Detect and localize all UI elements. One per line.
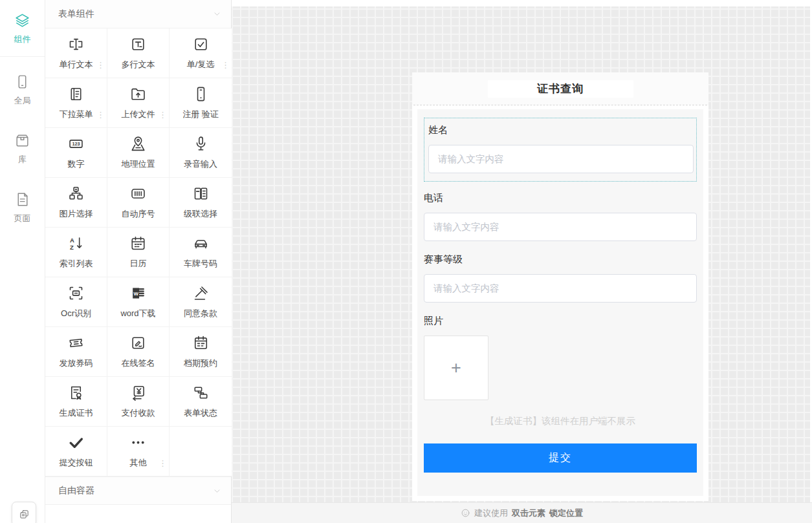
palette-item-more-dots[interactable]: 其他⋮ xyxy=(107,427,170,476)
drag-dots-icon: ⋮ xyxy=(96,111,105,119)
signature-icon xyxy=(129,334,147,352)
palette-item-ocr[interactable]: Ocr识别 xyxy=(45,277,107,327)
palette-item-label: 单/复选 xyxy=(187,59,215,70)
drag-dots-icon: ⋮ xyxy=(96,61,105,69)
form-body: 姓名请输入文字内容电话请输入文字内容赛事等级请输入文字内容 照片 + 【生成证书… xyxy=(417,109,703,496)
form-builder-app: 组件 全局 库 页面 表单组件 单行文本⋮多行文本单/复选⋮下拉菜单⋮上传文件⋮… xyxy=(0,0,812,523)
footer-hint-bold2: 锁定位置 xyxy=(549,507,583,519)
palette-item-word[interactable]: Wword下载 xyxy=(107,277,170,327)
form-title-band[interactable]: 证书查询 xyxy=(488,80,633,98)
form-title: 证书查询 xyxy=(537,81,584,96)
palette-item-label: 多行文本 xyxy=(122,59,155,70)
location-icon xyxy=(129,135,147,153)
form-field-selected[interactable]: 姓名请输入文字内容 xyxy=(424,118,697,182)
palette-item-label: 级联选择 xyxy=(184,208,217,220)
photo-upload-box[interactable]: + xyxy=(424,336,488,400)
form-field-photo[interactable]: 照片 + xyxy=(424,315,697,400)
palette-item-form-status[interactable]: 表单状态 xyxy=(170,377,232,427)
palette-item-ticket[interactable]: 发放券码 xyxy=(45,327,107,377)
cascade-select-icon xyxy=(192,185,210,202)
palette-item-label: 录音输入 xyxy=(184,158,217,170)
footer-hint-bold: 双击元素 xyxy=(512,507,545,519)
palette-item-label: 注册 验证 xyxy=(182,109,219,120)
rail-item-pages[interactable]: 页面 xyxy=(0,182,45,233)
palette-item-payment[interactable]: 支付收款 xyxy=(107,377,170,427)
ticket-icon xyxy=(67,334,85,352)
dropdown-icon xyxy=(67,85,85,103)
palette-item-upload-file[interactable]: 上传文件⋮ xyxy=(107,78,170,128)
palette-item-label: 车牌号码 xyxy=(184,258,217,270)
nav-rail: 组件 全局 库 页面 xyxy=(0,0,45,523)
palette-item-certificate[interactable]: 生成证书 xyxy=(45,377,107,427)
palette-item-image-select[interactable]: 图片选择 xyxy=(45,178,107,228)
hidden-component-note: 【生成证书】该组件在用户端不展示 xyxy=(424,415,697,427)
svg-text:Z: Z xyxy=(70,244,74,251)
component-palette: 表单组件 单行文本⋮多行文本单/复选⋮下拉菜单⋮上传文件⋮注册 验证123数字地… xyxy=(45,0,232,523)
car-icon xyxy=(192,235,210,252)
word-icon: W xyxy=(129,284,147,302)
canvas-top-strip xyxy=(232,0,810,6)
rail-item-library[interactable]: 库 xyxy=(0,123,45,175)
design-canvas[interactable]: 证书查询 姓名请输入文字内容电话请输入文字内容赛事等级请输入文字内容 照片 + … xyxy=(232,0,812,523)
text-input[interactable]: 请输入文字内容 xyxy=(428,145,694,173)
form-preview-card: 证书查询 姓名请输入文字内容电话请输入文字内容赛事等级请输入文字内容 照片 + … xyxy=(412,72,708,501)
palette-item-label: 支付收款 xyxy=(122,407,155,419)
upload-file-icon xyxy=(129,85,147,103)
drag-dots-icon: ⋮ xyxy=(159,459,167,467)
submit-button[interactable]: 提交 xyxy=(424,443,697,473)
palette-item-number[interactable]: 123数字 xyxy=(45,128,107,178)
palette-section-free-container[interactable]: 自由容器 xyxy=(45,476,231,505)
svg-text:W: W xyxy=(133,291,138,297)
palette-item-calendar[interactable]: 日历 xyxy=(107,228,170,277)
palette-item-label: 数字 xyxy=(68,158,85,170)
palette-item-label: word下载 xyxy=(120,308,155,319)
palette-item-label: 单行文本 xyxy=(60,59,93,70)
rail-item-global[interactable]: 全局 xyxy=(0,65,45,116)
more-dots-icon xyxy=(129,434,147,451)
palette-item-microphone[interactable]: 录音输入 xyxy=(170,128,232,178)
palette-item-schedule[interactable]: 档期预约 xyxy=(170,327,232,377)
rail-item-components[interactable]: 组件 xyxy=(0,0,45,57)
checkbox-icon xyxy=(192,36,210,53)
palette-item-signature[interactable]: 在线签名 xyxy=(107,327,170,377)
section-label: 自由容器 xyxy=(58,485,94,496)
form-fields: 姓名请输入文字内容电话请输入文字内容赛事等级请输入文字内容 xyxy=(424,118,697,303)
palette-item-cascade-select[interactable]: 级联选择 xyxy=(170,178,232,228)
register-verify-icon xyxy=(192,85,210,103)
palette-item-index-list[interactable]: AZ索引列表 xyxy=(45,228,107,277)
text-input[interactable]: 请输入文字内容 xyxy=(424,274,697,303)
palette-item-label: 日历 xyxy=(130,258,147,270)
palette-item-single-line-text[interactable]: 单行文本⋮ xyxy=(45,28,107,78)
field-label: 赛事等级 xyxy=(424,253,697,266)
palette-item-location[interactable]: 地理位置 xyxy=(107,128,170,178)
palette-section-form-components[interactable]: 表单组件 xyxy=(45,0,231,28)
form-field[interactable]: 电话请输入文字内容 xyxy=(424,192,697,241)
form-title-component[interactable]: 证书查询 xyxy=(412,72,708,105)
input-placeholder: 请输入文字内容 xyxy=(433,283,499,295)
input-placeholder: 请输入文字内容 xyxy=(438,153,504,165)
form-status-icon xyxy=(192,384,210,401)
palette-item-multi-line-text[interactable]: 多行文本 xyxy=(107,28,170,78)
palette-item-register-verify[interactable]: 注册 验证 xyxy=(170,78,232,128)
form-field[interactable]: 赛事等级请输入文字内容 xyxy=(424,253,697,303)
single-line-text-icon xyxy=(67,36,85,53)
palette-item-checkbox[interactable]: 单/复选⋮ xyxy=(170,28,232,78)
chevron-down-icon xyxy=(212,486,222,496)
palette-item-label: 在线签名 xyxy=(122,358,155,369)
palette-item-label: Ocr识别 xyxy=(61,308,91,319)
palette-item-label: 发放券码 xyxy=(60,358,93,369)
field-label: 照片 xyxy=(424,315,697,327)
pages-copy-button[interactable] xyxy=(12,502,36,523)
svg-text:123: 123 xyxy=(72,141,80,147)
text-input[interactable]: 请输入文字内容 xyxy=(424,213,697,241)
palette-item-dropdown[interactable]: 下拉菜单⋮ xyxy=(45,78,107,128)
palette-item-submit-check[interactable]: 提交按钮 xyxy=(45,427,107,476)
palette-item-gavel[interactable]: 同意条款 xyxy=(170,277,232,327)
smiley-icon xyxy=(461,508,470,518)
input-placeholder: 请输入文字内容 xyxy=(433,221,499,233)
palette-grid: 单行文本⋮多行文本单/复选⋮下拉菜单⋮上传文件⋮注册 验证123数字地理位置录音… xyxy=(45,28,231,476)
palette-item-car[interactable]: 车牌号码 xyxy=(170,228,232,277)
footer-hint-text: 建议使用 xyxy=(474,507,508,519)
palette-item-auto-number[interactable]: 自动序号 xyxy=(107,178,170,228)
svg-text:A: A xyxy=(70,237,74,244)
